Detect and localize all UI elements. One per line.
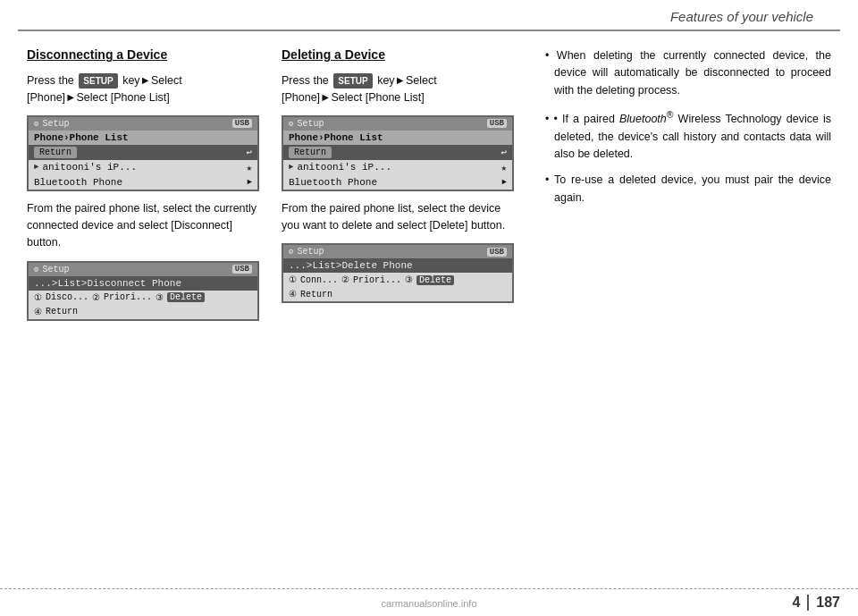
middle-inst-pre: Press the <box>282 74 329 87</box>
left-screen2-options-row: ① Disco... ② Priori... ③ Delete <box>29 291 257 305</box>
left-screen2-return-row: ④ Return <box>29 305 257 319</box>
middle-screen2-path: ...>List>Delete Phone <box>289 260 413 271</box>
middle-screen2-return-row: ④ Return <box>283 287 512 301</box>
priori-btn-m: Priori... <box>353 275 401 285</box>
left-screen2-topbar: ⚙ Setup USB <box>29 263 257 276</box>
middle-screen1-bt-label: Bluetooth Phone <box>289 177 377 188</box>
middle-description-1: From the paired phone list, select the d… <box>282 200 518 235</box>
bullet-2: • If a paired Bluetooth® Wireless Techno… <box>545 108 831 163</box>
return-btn-4: Return <box>46 307 78 316</box>
priori-btn: Priori... <box>104 292 152 302</box>
num3-icon: ③ <box>156 292 164 303</box>
delete-btn-m: Delete <box>416 275 454 285</box>
left-screen1-device-row: ► anitooni's iP... ★ <box>29 160 257 175</box>
gear-icon-m: ⚙ <box>289 119 293 129</box>
middle-screen1-device-name: anitooni's iP... <box>297 162 391 173</box>
middle-screen2-topbar: ⚙ Setup USB <box>283 245 512 258</box>
watermark: carmanualsonline.info <box>381 598 476 609</box>
usb-label-m2: USB <box>487 248 507 257</box>
right-column: When deleting the currently connected de… <box>536 47 831 330</box>
usb-label-m: USB <box>487 119 507 128</box>
middle-column: Deleting a Device Press the SETUP key►Se… <box>282 47 536 330</box>
left-column: Disconnecting a Device Press the SETUP k… <box>27 47 282 330</box>
middle-screen1-device-row: ► anitooni's iP... ★ <box>283 160 512 175</box>
main-content: Disconnecting a Device Press the SETUP k… <box>0 31 858 330</box>
left-screen1-breadcrumb: Phone›Phone List <box>29 131 257 145</box>
num3-icon-m: ③ <box>405 274 413 285</box>
middle-screen1-topbar: ⚙ Setup USB <box>283 117 512 131</box>
chapter-number: 4 <box>792 595 809 611</box>
left-screen2-path: ...>List>Disconnect Phone <box>34 278 181 289</box>
left-screen1-topbar: ⚙ Setup USB <box>29 117 257 131</box>
middle-screen1-bt-row: Bluetooth Phone ► <box>283 175 512 190</box>
left-screen1-device-name: anitooni's iP... <box>42 162 137 173</box>
num2-icon-m: ② <box>341 274 349 285</box>
triangle-icon: ► <box>248 178 252 187</box>
return-button-label-m: Return <box>289 147 332 158</box>
left-screen1-bt-row: Bluetooth Phone ► <box>29 175 257 190</box>
bullet-3: To re-use a deleted device, you must pai… <box>545 172 831 207</box>
middle-screen-2: ⚙ Setup USB ...>List>Delete Phone ① Conn… <box>282 243 514 303</box>
num4-icon-m: ④ <box>289 289 297 300</box>
star-icon-m: ★ <box>500 162 507 173</box>
left-screen1-setup-label: Setup <box>42 119 69 129</box>
left-screen-2: ⚙ Setup USB ...>List>Disconnect Phone ① … <box>27 261 259 321</box>
disco-btn: Disco... <box>46 292 88 302</box>
num4-icon: ④ <box>34 307 42 317</box>
return-icon-m: ↩ <box>500 147 507 158</box>
left-description-1: From the paired phone list, select the c… <box>27 200 264 252</box>
bluetooth-italic: Bluetooth <box>619 113 667 125</box>
middle-screen1-breadcrumb: Phone›Phone List <box>283 131 512 145</box>
middle-screen1-setup-label: Setup <box>297 119 324 129</box>
gear-icon-2: ⚙ <box>34 265 38 274</box>
left-screen-1: ⚙ Setup USB Phone›Phone List Return ↩ ► … <box>27 115 259 191</box>
gear-icon: ⚙ <box>34 119 38 129</box>
left-inst-pre: Press the <box>27 74 74 87</box>
row-arrow-icon: ► <box>34 163 38 172</box>
middle-instruction-1: Press the SETUP key►Select [Phone]►Selec… <box>282 72 518 106</box>
middle-section-title: Deleting a Device <box>282 47 518 62</box>
middle-screen2-setup-label: Setup <box>297 247 324 257</box>
star-icon: ★ <box>246 162 252 173</box>
page-title: Features of your vehicle <box>670 9 813 24</box>
row-arrow-icon-m: ► <box>289 163 293 172</box>
return-button-label: Return <box>34 147 77 158</box>
middle-screen1-return-row: Return ↩ <box>283 145 512 160</box>
triangle-icon-m: ► <box>502 178 507 187</box>
left-screen1-bt-label: Bluetooth Phone <box>34 177 122 188</box>
left-screen2-setup-label: Setup <box>42 265 69 274</box>
delete-btn: Delete <box>167 292 205 302</box>
middle-setup-key: SETUP <box>333 73 372 89</box>
num1-icon-m: ① <box>289 274 297 285</box>
usb-label: USB <box>232 119 252 128</box>
middle-screen-1: ⚙ Setup USB Phone›Phone List Return ↩ ► … <box>282 115 514 191</box>
left-setup-key: SETUP <box>79 73 117 89</box>
usb-label-2: USB <box>232 265 252 274</box>
return-btn-m4: Return <box>300 290 332 300</box>
left-screen1-return-row: Return ↩ <box>29 145 257 160</box>
left-screen2-path-row: ...>List>Disconnect Phone <box>29 276 257 291</box>
left-instruction-1: Press the SETUP key►Select [Phone]►Selec… <box>27 72 264 106</box>
conn-btn: Conn... <box>300 275 338 285</box>
bullet-1: When deleting the currently connected de… <box>545 47 831 99</box>
page-header: Features of your vehicle <box>18 0 840 31</box>
gear-icon-m2: ⚙ <box>289 247 293 257</box>
middle-screen2-path-row: ...>List>Delete Phone <box>283 258 512 273</box>
middle-screen2-options-row: ① Conn... ② Priori... ③ Delete <box>283 273 512 287</box>
return-icon: ↩ <box>246 147 252 158</box>
num2-icon: ② <box>92 292 100 303</box>
page-number: 4 187 <box>792 595 840 611</box>
left-section-title: Disconnecting a Device <box>27 47 264 62</box>
num1-icon: ① <box>34 292 42 303</box>
bullet-2-pre: • If a paired <box>554 113 619 125</box>
page-num: 187 <box>816 595 840 611</box>
